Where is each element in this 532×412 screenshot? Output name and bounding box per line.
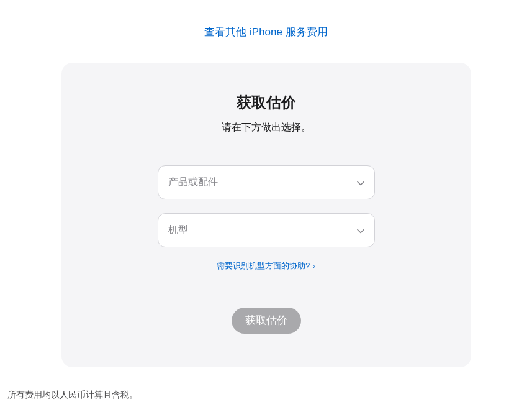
help-link-label: 需要识别机型方面的协助? (217, 262, 310, 270)
tax-note: 所有费用均以人民币计算且含税。 (7, 388, 525, 402)
card-subtitle: 请在下方做出选择。 (92, 121, 440, 134)
other-service-fees-link[interactable]: 查看其他 iPhone 服务费用 (204, 26, 327, 38)
identify-model-help-link[interactable]: 需要识别机型方面的协助? › (217, 262, 315, 270)
estimate-card: 获取估价 请在下方做出选择。 产品或配件 机型 需要识别机型方面的协助? › (61, 63, 471, 367)
model-select[interactable]: 机型 (158, 213, 375, 247)
product-select[interactable]: 产品或配件 (158, 165, 375, 199)
card-title: 获取估价 (92, 93, 440, 112)
get-estimate-button[interactable]: 获取估价 (232, 308, 301, 334)
model-select-placeholder: 机型 (168, 224, 188, 237)
chevron-right-icon: › (311, 262, 315, 270)
product-select-placeholder: 产品或配件 (168, 176, 218, 189)
chevron-down-icon (357, 177, 364, 188)
chevron-down-icon (357, 225, 364, 236)
